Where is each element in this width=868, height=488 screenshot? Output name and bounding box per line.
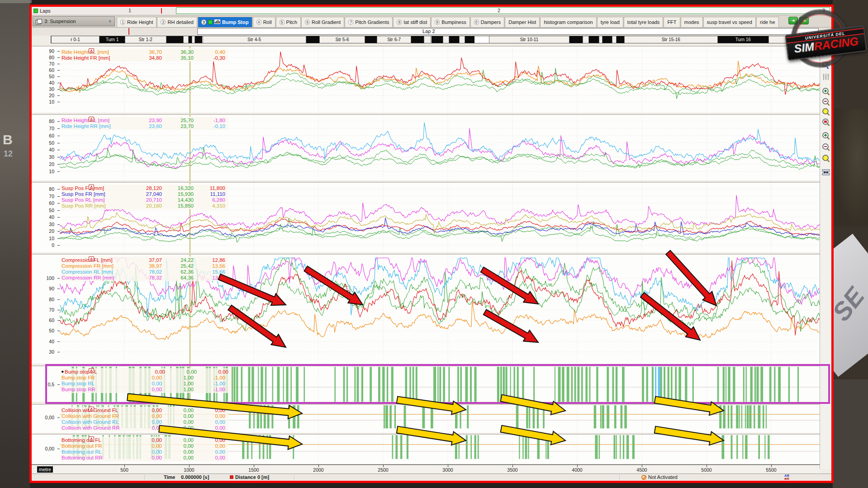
track-section-block[interactable]	[166, 36, 183, 43]
legend-series-susp-pos-rl-mm[interactable]: Susp Pos RL [mm]20,71014,4306,280	[62, 197, 227, 203]
legend-series-collision-with-ground-fr[interactable]: Collision with Ground FR0,000,000,00	[62, 413, 227, 419]
autocorrect-icon[interactable]: ABAC	[784, 474, 789, 480]
legend-series-collision-with-ground-rl[interactable]: Collision with Ground RL0,000,000,00	[62, 419, 227, 425]
track-section-str-15-16[interactable]: Str 15-16	[624, 36, 718, 43]
series-z-value: 0,00	[173, 369, 197, 374]
track-section-turn-16[interactable]: Turn 16	[718, 36, 768, 43]
legend-series-susp-pos-rr-mm[interactable]: Susp Pos RR [mm]20,16015,8504,310	[62, 203, 227, 208]
track-section-turn-1[interactable]: Turn 1	[100, 36, 125, 43]
track-section-str-10-11[interactable]: Str 10-11	[489, 36, 569, 43]
track-section-block[interactable]	[569, 36, 583, 43]
tab-dampers[interactable]: 0Dampers	[470, 17, 505, 27]
tab-pitch-gradients[interactable]: 7Pitch Gradients	[345, 17, 393, 27]
track-sections-bar[interactable]: r 0-1Turn 1Str 1-2Str 4-5Str 5-6Str 6-7S…	[51, 36, 820, 43]
legend-series-compression-fr-mm[interactable]: Compression FR [mm]38,9725,4213,56	[62, 263, 227, 269]
track-section-block[interactable]	[195, 36, 203, 43]
track-section-block[interactable]	[612, 36, 617, 43]
track-section-str-1-2[interactable]: Str 1-2	[125, 36, 166, 43]
fit-width-icon[interactable]	[821, 168, 830, 177]
svg-text:Δ: Δ	[90, 185, 93, 190]
tab-fft[interactable]: FFT	[664, 17, 680, 27]
laps-bar[interactable]: Laps 1 2 3	[32, 7, 831, 15]
track-section-block[interactable]	[424, 36, 432, 43]
track-section-str-6-7[interactable]: Str 6-7	[377, 36, 411, 43]
legend-series-ride-height-fl-mm[interactable]: Ride Height FL [mm]36,70z36,30Δ0,40	[62, 49, 227, 55]
tab-roll-gradient[interactable]: 6Roll Gradient	[301, 17, 344, 27]
zoom-out-icon[interactable]	[821, 98, 830, 107]
track-section-block[interactable]	[411, 36, 423, 43]
tab-modes[interactable]: modes	[681, 17, 703, 27]
track-section-block[interactable]	[583, 36, 589, 43]
tab-roll[interactable]: 4Roll	[253, 17, 275, 27]
track-section-block[interactable]	[459, 36, 465, 43]
distance-cell: Distance 0 [m]	[230, 474, 269, 480]
filter-icon[interactable]	[821, 72, 830, 81]
track-section-block[interactable]	[183, 36, 189, 43]
track-section-block[interactable]	[617, 36, 624, 43]
legend-series-susp-pos-fl-mm[interactable]: Susp Pos FL [mm]28,120z16,320Δ11,800	[62, 185, 227, 191]
track-section-block[interactable]	[189, 36, 192, 43]
tab-lat-stiff-dist[interactable]: 8lat stiff dist	[393, 17, 431, 27]
delta-icon: Δ	[195, 49, 201, 54]
track-section-block[interactable]	[465, 36, 474, 43]
series-d-value: 13,56	[202, 263, 225, 269]
axis-unit-chip: metre	[37, 466, 53, 473]
track-section-block[interactable]	[306, 36, 319, 43]
tab-ride-he[interactable]: ride he	[756, 17, 779, 27]
tab-tyre-load[interactable]: tyre load	[597, 17, 623, 27]
track-section-str-4-5[interactable]: Str 4-5	[203, 36, 306, 43]
tab-rh-detailed[interactable]: 2RH detailed	[157, 17, 197, 27]
legend-series-susp-pos-fr-mm[interactable]: Susp Pos FR [mm]27,04015,93011,110	[62, 191, 227, 197]
track-section-block[interactable]	[768, 36, 819, 43]
legend-series-ride-height-rl-mm[interactable]: Ride Height RL [mm]23,90z25,70Δ-1,80	[62, 117, 227, 123]
legend-series-compression-rr-mm[interactable]: Compression RR [mm]78,3264,3613,96	[62, 275, 227, 280]
track-section-block[interactable]	[192, 36, 195, 43]
tab-susp-travel-vs-speed[interactable]: susp travel vs speed	[703, 17, 756, 27]
export-button-2[interactable]: ➜	[799, 17, 809, 24]
tab-bump-stop[interactable]: 3Bump Stop	[198, 17, 252, 27]
track-section-block[interactable]	[443, 36, 449, 43]
export-button-1[interactable]: ➜	[788, 17, 798, 24]
worksheet-group-selector[interactable]: 3: Suspension ▼	[33, 16, 115, 26]
track-section-block[interactable]	[599, 36, 602, 43]
legend-series-bottoming-out-rl[interactable]: Bottoming out RL0,000,000,00	[62, 449, 227, 455]
legend-series-ride-height-fr-mm[interactable]: Ride Height FR [mm]34,8035,10-0,30	[62, 55, 227, 61]
tab-bumpiness[interactable]: 9Bumpiness	[431, 17, 470, 27]
legend-series-bottoming-out-rr[interactable]: Bottoming out RR0,000,000,00	[62, 455, 227, 460]
zoom-out-time-icon[interactable]	[821, 143, 830, 152]
zoom-window-icon[interactable]	[821, 108, 830, 117]
tab-pitch[interactable]: 5Pitch	[276, 17, 301, 27]
y-tick-label: 10	[32, 169, 54, 174]
legend-series-bump-stop-rr[interactable]: Bump stop RR0,001,00-1,00	[62, 386, 230, 392]
track-section-block[interactable]	[432, 36, 443, 43]
track-section-block[interactable]	[589, 36, 599, 43]
legend-series-compression-fl-mm[interactable]: Compression FL [mm]37,07z24,22Δ12,86	[62, 257, 227, 263]
track-section-r-0-1[interactable]: r 0-1	[51, 36, 100, 43]
tab-histogram-comparison[interactable]: histogram comparison	[540, 17, 596, 27]
zoom-in-time-icon[interactable]	[821, 132, 830, 141]
legend-series-ride-height-rr-mm[interactable]: Ride Height RR [mm]23,6023,70-0,10	[62, 123, 227, 129]
tab-total-tyre-loads[interactable]: total tyre loads	[624, 17, 664, 27]
zoom-window-time-icon[interactable]	[821, 154, 830, 163]
zoom-in-icon[interactable]	[821, 87, 830, 96]
lap-extent-box[interactable]	[197, 28, 819, 35]
track-section-block[interactable]	[602, 36, 612, 43]
legend-series-bottoming-out-fl[interactable]: Bottoming out FL0,00z0,00Δ0,00	[62, 437, 227, 443]
legend-series-bump-stop-fl[interactable]: ■Bump stop FL0,00z0,00Δ0,00	[62, 369, 230, 374]
track-section-str-5-6[interactable]: Str 5-6	[319, 36, 365, 43]
zoom-cursor-icon[interactable]	[821, 118, 830, 127]
laps-range-box[interactable]	[176, 7, 830, 14]
tab-ride-height[interactable]: 1Ride Height	[117, 17, 157, 27]
legend-series-collision-with-ground-rr[interactable]: Collision with Ground RR0,000,000,00	[62, 425, 227, 431]
track-section-block[interactable]	[449, 36, 459, 43]
track-section-block[interactable]	[365, 36, 376, 43]
legend-series-bump-stop-rl[interactable]: Bump stop RL0,001,00-1,00	[62, 380, 230, 386]
tab-damper-hist[interactable]: Damper Hist	[505, 17, 540, 27]
legend-series-compression-rl-mm[interactable]: Compression RL [mm]78,0262,3615,66	[62, 269, 227, 275]
x-tick-label: 2000	[313, 467, 323, 473]
legend-series-collision-with-ground-fl[interactable]: Collision with Ground FL0,00z0,00Δ0,00	[62, 407, 227, 413]
series-z-value: 0,00	[170, 437, 194, 443]
legend-series-bump-stop-fr[interactable]: Bump stop FR0,001,00-1,00	[62, 374, 230, 380]
zoom-fit-icon[interactable]	[821, 61, 830, 70]
legend-series-bottoming-out-fr[interactable]: Bottoming out FR0,000,000,00	[62, 443, 227, 449]
